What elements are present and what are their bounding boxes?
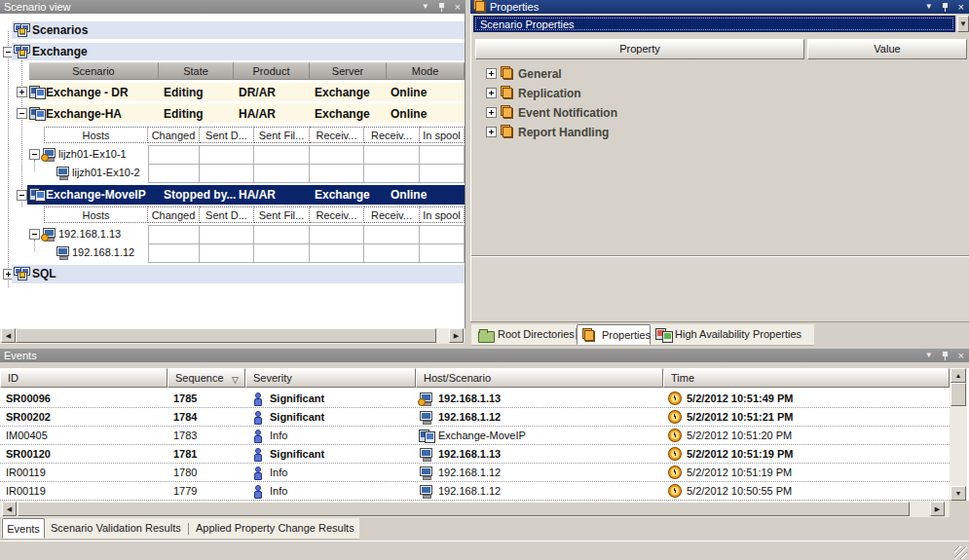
events-vertical-scrollbar[interactable]: ▲ ▼ xyxy=(950,368,967,501)
scenario-row-exchange-moveip-selected[interactable]: Exchange-MoveIP Stopped by... HA/AR Exch… xyxy=(27,185,465,205)
scroll-down-icon[interactable]: ▼ xyxy=(950,486,966,501)
property-item-event-notification[interactable]: Event Notification xyxy=(471,103,969,123)
event-row[interactable]: SR00202 1784 Significant 192.168.1.12 5/… xyxy=(0,408,950,427)
chevron-down-icon[interactable]: ▼ xyxy=(422,2,429,12)
event-row[interactable]: SR00096 1785 Significant 192.168.1.13 5/… xyxy=(0,390,950,408)
pin-icon[interactable] xyxy=(438,2,446,13)
expand-icon[interactable] xyxy=(17,87,27,97)
events-horizontal-scrollbar[interactable]: ◀ ▶ xyxy=(0,501,969,517)
column-header-product[interactable]: Product xyxy=(234,62,310,80)
scenario-row-exchange-dr[interactable]: Exchange - DR Editing DR/AR Exchange Onl… xyxy=(27,83,465,101)
host-col-sent-files[interactable]: Sent Fil... xyxy=(254,127,310,143)
scroll-right-icon[interactable]: ▶ xyxy=(930,502,945,516)
host-col-sent-files[interactable]: Sent Fil... xyxy=(254,206,310,223)
event-time: 5/2/2012 10:51:20 PM xyxy=(687,429,792,441)
pin-icon[interactable] xyxy=(942,351,950,361)
host-row-master[interactable]: lijzh01-Ex10-1 xyxy=(0,145,465,164)
scenario-icon xyxy=(419,429,434,442)
close-icon[interactable]: × xyxy=(455,2,461,12)
scenario-icon xyxy=(29,86,45,98)
tree-group-exchange[interactable]: Exchange xyxy=(12,43,465,60)
scenario-server: Exchange xyxy=(315,107,370,121)
tab-properties[interactable]: Properties xyxy=(577,324,651,345)
close-icon[interactable]: × xyxy=(958,351,964,360)
host-col-sent-data[interactable]: Sent D... xyxy=(200,206,254,223)
scenario-name: Exchange-HA xyxy=(46,107,122,121)
column-header-id[interactable]: ID xyxy=(0,368,168,388)
property-item-general[interactable]: General xyxy=(471,64,969,84)
tree-group-sql[interactable]: SQL xyxy=(12,265,465,283)
scroll-right-icon[interactable]: ▶ xyxy=(449,328,464,343)
scenario-horizontal-scrollbar[interactable]: ◀ ▶ xyxy=(0,328,465,344)
host-col-changed[interactable]: Changed xyxy=(148,127,200,143)
property-item-report-handling[interactable]: Report Handling xyxy=(471,123,969,142)
scrollbar-thumb[interactable] xyxy=(16,328,436,343)
tab-applied-property-change-results[interactable]: Applied Property Change Results xyxy=(196,518,356,539)
selector-dropdown-icon[interactable]: ▼ xyxy=(957,16,969,32)
chevron-down-icon[interactable]: ▼ xyxy=(925,351,933,360)
host-col-received1[interactable]: Receiv... xyxy=(310,206,364,223)
tree-line xyxy=(21,60,22,206)
tab-root-directories[interactable]: Root Directories xyxy=(472,324,576,345)
column-header-severity[interactable]: Severity xyxy=(245,368,416,388)
column-header-scenario[interactable]: Scenario xyxy=(29,62,159,80)
event-row[interactable]: IM00405 1783 Info Exchange-MoveIP 5/2/20… xyxy=(0,427,950,445)
collapse-icon[interactable] xyxy=(17,190,27,201)
host-stats-cells xyxy=(148,225,465,244)
properties-selector[interactable]: Scenario Properties xyxy=(473,16,955,32)
column-header-time[interactable]: Time xyxy=(663,368,950,388)
host-col-received2[interactable]: Receiv... xyxy=(364,127,420,143)
scenario-row-exchange-ha[interactable]: Exchange-HA Editing HA/AR Exchange Onlin… xyxy=(27,104,465,123)
property-item-replication[interactable]: Replication xyxy=(471,84,969,103)
resize-grip[interactable] xyxy=(954,546,967,559)
scroll-left-icon[interactable]: ◀ xyxy=(2,502,17,516)
property-item-label: Event Notification xyxy=(518,106,617,120)
tab-high-availability-properties[interactable]: High Availability Properties xyxy=(651,324,811,345)
properties-titlebar[interactable]: Properties ▼ × xyxy=(470,0,969,14)
host-col-in-spool[interactable]: In spool xyxy=(420,206,465,223)
value-column-header[interactable]: Value xyxy=(807,39,967,59)
event-row[interactable]: IR00119 1779 Info 192.168.1.12 5/2/2012 … xyxy=(0,482,950,501)
host-row-replica[interactable]: lijzh01-Ex10-2 xyxy=(0,164,465,182)
column-header-mode[interactable]: Mode xyxy=(387,62,465,80)
scrollbar-thumb[interactable] xyxy=(18,502,910,516)
collapse-icon[interactable] xyxy=(17,108,27,119)
clock-icon xyxy=(669,448,681,460)
tab-scenario-validation-results[interactable]: Scenario Validation Results xyxy=(51,518,182,539)
event-row[interactable]: SR00120 1781 Significant 192.168.1.13 5/… xyxy=(0,445,950,464)
event-row[interactable]: IR00119 1780 Info 192.168.1.12 5/2/2012 … xyxy=(0,464,950,482)
expand-icon[interactable] xyxy=(486,107,497,118)
tab-events[interactable]: Events xyxy=(2,518,45,539)
host-col-hosts[interactable]: Hosts xyxy=(44,206,148,223)
host-col-in-spool[interactable]: In spool xyxy=(420,127,465,143)
column-header-host-scenario[interactable]: Host/Scenario xyxy=(416,368,663,388)
host-col-sent-data[interactable]: Sent D... xyxy=(200,127,254,143)
events-titlebar[interactable]: Events ▼ × xyxy=(0,349,969,362)
scenario-view-titlebar[interactable]: Scenario view ▼ × xyxy=(0,0,466,14)
column-header-server[interactable]: Server xyxy=(310,62,387,80)
event-host: 192.168.1.12 xyxy=(438,411,501,423)
host-row-replica[interactable]: 192.168.1.12 xyxy=(0,243,465,262)
property-column-header[interactable]: Property xyxy=(475,39,804,59)
host-col-hosts[interactable]: Hosts xyxy=(44,127,148,143)
host-row-master[interactable]: 192.168.1.13 xyxy=(0,225,465,243)
tree-group-scenarios[interactable]: Scenarios xyxy=(12,21,465,39)
scroll-up-icon[interactable]: ▲ xyxy=(950,368,966,383)
expand-icon[interactable] xyxy=(486,88,497,98)
pin-icon[interactable] xyxy=(942,2,950,13)
status-bar xyxy=(0,541,969,560)
host-col-received2[interactable]: Receiv... xyxy=(364,206,420,223)
scroll-left-icon[interactable]: ◀ xyxy=(1,328,16,343)
expand-icon[interactable] xyxy=(486,68,497,79)
host-col-changed[interactable]: Changed xyxy=(148,206,200,223)
column-label: Sequence xyxy=(175,372,224,384)
expand-icon[interactable] xyxy=(486,127,497,137)
scrollbar-thumb[interactable] xyxy=(950,383,966,406)
chevron-down-icon[interactable]: ▼ xyxy=(925,2,933,12)
column-header-sequence[interactable]: Sequence▽ xyxy=(168,368,245,388)
group-label: SQL xyxy=(32,267,56,280)
column-header-state[interactable]: State xyxy=(159,62,234,80)
host-col-received1[interactable]: Receiv... xyxy=(310,127,364,143)
close-icon[interactable]: × xyxy=(958,2,964,12)
tab-label: Properties xyxy=(602,325,651,346)
